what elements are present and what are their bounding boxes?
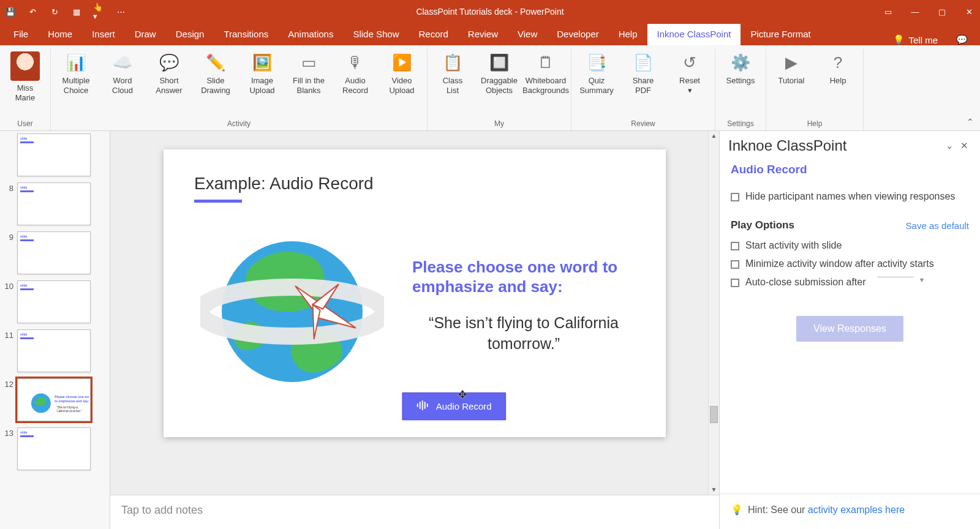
option-hide-names[interactable]: Hide participant names when viewing resp… — [720, 187, 980, 206]
help-label: Help — [830, 76, 846, 97]
short-answer-button[interactable]: 💬Short Answer — [150, 49, 188, 97]
comments-icon[interactable]: 💬 — [948, 34, 976, 45]
collapse-ribbon-icon[interactable]: ⌃ — [967, 117, 974, 127]
help-button[interactable]: ?Help — [819, 49, 857, 97]
tab-inknoe-classpoint[interactable]: Inknoe ClassPoint — [647, 24, 741, 45]
tab-animations[interactable]: Animations — [278, 24, 343, 45]
tab-picture-format[interactable]: Picture Format — [741, 24, 820, 45]
reset-icon: ↺ — [677, 51, 703, 73]
checkbox-minimize-window[interactable] — [731, 260, 739, 269]
pane-close-icon[interactable]: ✕ — [957, 140, 971, 151]
qat-overflow-icon[interactable]: ⋯ — [115, 6, 126, 17]
slide[interactable]: Example: Audio Record — [164, 149, 666, 437]
option-autoclose[interactable]: Auto-close submission after — [720, 273, 980, 291]
thumb-number: 13 — [1, 427, 13, 438]
slide-thumbnail[interactable]: slide — [17, 280, 91, 323]
undo-icon[interactable]: ↶ — [27, 6, 38, 17]
hint-link[interactable]: activity examples here — [808, 505, 905, 515]
option-start-with-slide[interactable]: Start activity with slide — [720, 236, 980, 255]
slide-drawing-button[interactable]: ✏️Slide Drawing — [197, 49, 235, 97]
close-icon[interactable]: ✕ — [963, 7, 975, 17]
word-cloud-button[interactable]: ☁️Word Cloud — [104, 49, 141, 97]
save-as-default-link[interactable]: Save as default — [906, 220, 969, 231]
scroll-down-icon[interactable]: ▼ — [709, 485, 719, 495]
tab-developer[interactable]: Developer — [547, 24, 608, 45]
tell-me[interactable]: 💡Tell me — [883, 34, 948, 45]
short-answer-icon: 💬 — [156, 51, 182, 73]
slide-title: Example: Audio Record — [194, 174, 635, 193]
draggable-objects-button[interactable]: 🔲Draggable Objects — [480, 49, 518, 97]
image-upload-button[interactable]: 🖼️Image Upload — [243, 49, 281, 97]
slide-title-accent — [194, 200, 242, 203]
slide-thumbnail[interactable]: slide — [17, 427, 91, 470]
slide-thumbnail[interactable]: slide — [17, 182, 91, 225]
thumb-row: 9slide — [1, 231, 106, 274]
whiteboard-bg-label: Whiteboard Backgrounds — [522, 76, 569, 97]
maximize-icon[interactable]: ▢ — [936, 7, 948, 17]
thumb-row: 11slide — [1, 329, 106, 372]
touch-mode-icon[interactable]: 👆▾ — [93, 6, 104, 17]
whiteboard-bg-button[interactable]: 🗒Whiteboard Backgrounds — [527, 49, 565, 97]
checkbox-hide-names[interactable] — [731, 193, 739, 201]
slide-thumbnail[interactable]: slide — [17, 133, 91, 176]
multiple-choice-button[interactable]: 📊Multiple Choice — [57, 49, 95, 97]
class-list-button[interactable]: 📋Class List — [434, 49, 472, 97]
ribbon-group-activity: 📊Multiple Choice☁️Word Cloud💬Short Answe… — [51, 49, 428, 130]
notes-pane[interactable]: Tap to add notes — [110, 495, 719, 529]
checkbox-autoclose[interactable] — [731, 279, 739, 287]
scroll-up-icon[interactable]: ▲ — [709, 131, 719, 141]
pane-dropdown-icon[interactable]: ⌄ — [942, 140, 957, 151]
ribbon-tabs: FileHomeInsertDrawDesignTransitionsAnima… — [0, 23, 980, 45]
tab-home[interactable]: Home — [38, 24, 82, 45]
tab-transitions[interactable]: Transitions — [214, 24, 278, 45]
vertical-scrollbar[interactable]: ▲ ▼ — [708, 131, 719, 495]
audio-record-label: Audio Record — [342, 76, 368, 97]
scroll-track[interactable] — [709, 141, 719, 485]
svg-text:"She isn't flying to: "She isn't flying to — [57, 406, 78, 409]
reset-button[interactable]: ↺Reset ▾ — [671, 49, 709, 97]
tab-draw[interactable]: Draw — [125, 24, 166, 45]
pane-header: Inknoe ClassPoint ⌄ ✕ — [720, 131, 980, 158]
fill-blanks-button[interactable]: ▭Fill in the Blanks — [290, 49, 328, 97]
autoclose-value-input[interactable] — [877, 277, 914, 277]
settings-button[interactable]: ⚙️Settings — [722, 49, 760, 97]
view-responses-button[interactable]: View Responses — [796, 316, 903, 342]
tab-insert[interactable]: Insert — [82, 24, 125, 45]
tab-help[interactable]: Help — [609, 24, 647, 45]
slide-thumbnail[interactable]: slide — [17, 329, 91, 372]
thumb-number: 11 — [1, 329, 13, 340]
scroll-thumb[interactable] — [710, 406, 718, 423]
user-avatar-button[interactable]: Miss Marie — [6, 49, 44, 104]
tutorial-button[interactable]: ▶Tutorial — [772, 49, 810, 97]
ribbon-group-user: Miss MarieUser — [0, 49, 51, 130]
ribbon-group-my: 📋Class List🔲Draggable Objects🗒Whiteboard… — [428, 49, 571, 130]
audio-record-button[interactable]: 🎙Audio Record — [336, 49, 374, 97]
tab-design[interactable]: Design — [166, 24, 214, 45]
bulb-icon: 💡 — [893, 34, 905, 45]
video-upload-button[interactable]: ▶️Video Upload — [383, 49, 421, 97]
slide-prompt: Please choose one word to emphasize and … — [412, 257, 635, 297]
present-icon[interactable]: ▦ — [71, 6, 82, 17]
tab-file[interactable]: File — [4, 24, 38, 45]
group-label: Activity — [57, 119, 421, 130]
tab-record[interactable]: Record — [409, 24, 458, 45]
minimize-icon[interactable]: — — [909, 7, 921, 17]
option-autoclose-label: Auto-close submission after — [745, 277, 866, 288]
option-minimize-window[interactable]: Minimize activity window after activity … — [720, 255, 980, 273]
user-avatar-icon — [10, 51, 40, 81]
redo-icon[interactable]: ↻ — [49, 6, 60, 17]
slide-thumbnail[interactable]: Please choose one wordto emphasize and s… — [17, 378, 91, 421]
checkbox-start-with-slide[interactable] — [731, 242, 739, 250]
tab-slide-show[interactable]: Slide Show — [343, 24, 409, 45]
ribbon-display-icon[interactable]: ▭ — [882, 7, 894, 17]
thumb-number: 8 — [1, 182, 13, 193]
slide-thumbnail[interactable]: slide — [17, 231, 91, 274]
save-icon[interactable]: 💾 — [5, 6, 16, 17]
share-pdf-button[interactable]: 📄Share PDF — [624, 49, 662, 97]
thumb-number: 10 — [1, 280, 13, 291]
option-minimize-window-label: Minimize activity window after activity … — [745, 258, 934, 269]
tab-view[interactable]: View — [508, 24, 547, 45]
tab-review[interactable]: Review — [458, 24, 508, 45]
quiz-summary-button[interactable]: 📑Quiz Summary — [578, 49, 616, 97]
audio-record-button[interactable]: Audio Record ✥ — [402, 392, 506, 420]
